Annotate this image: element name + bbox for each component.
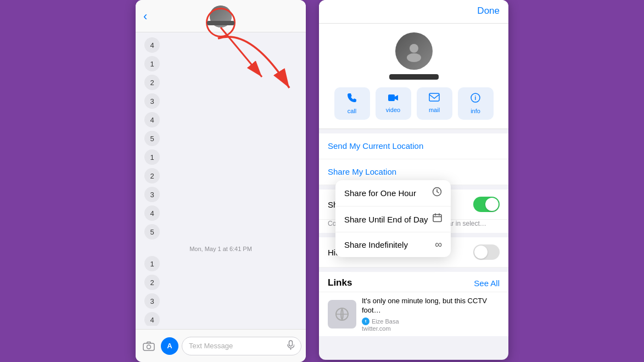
calendar-icon (433, 213, 442, 225)
contact-name-redacted (207, 21, 234, 25)
svg-rect-0 (143, 343, 154, 350)
link-domain: twitter.com (362, 325, 500, 332)
num-circle: 4 (144, 205, 160, 221)
link-domain-row: t Eize Basa (362, 318, 500, 325)
svg-text:i: i (475, 95, 477, 101)
show-toggle[interactable] (473, 197, 500, 212)
bubble-rows: 4 1 2 3 4 5 1 (136, 32, 306, 326)
num-circle: 5 (144, 224, 160, 240)
share-indefinitely-label: Share Indefinitely (344, 240, 408, 249)
link-content: It's only one minute long, but this CCTV… (362, 297, 500, 332)
num-circle: 3 (144, 93, 160, 109)
num-circle: 2 (144, 168, 160, 183)
message-input-bar: A Text Message (136, 329, 306, 362)
share-end-of-day-label: Share Until End of Day (344, 215, 428, 224)
num-row: 2 (136, 73, 306, 92)
num-circle: 1 (144, 149, 160, 165)
info-button[interactable]: i info (458, 87, 494, 120)
num-row: 5 (136, 129, 306, 148)
num-row: 2 (136, 166, 306, 185)
num-row: 4 (136, 36, 306, 54)
hide-alerts-toggle[interactable] (473, 244, 500, 260)
mail-label: mail (429, 107, 440, 113)
num-circle: 4 (144, 112, 160, 127)
svg-line-18 (437, 192, 439, 193)
svg-rect-10 (429, 93, 439, 101)
infinity-icon: ∞ (435, 239, 442, 250)
see-all-button[interactable]: See All (474, 279, 500, 288)
num-circle: 2 (144, 275, 160, 290)
contact-actions: call video (328, 87, 500, 120)
info-icon: i (471, 93, 480, 105)
num-row: 1 (136, 254, 306, 273)
link-title: It's only one minute long, but this CCTV… (362, 297, 500, 315)
num-row: 4 (136, 110, 306, 129)
panel-header: Done (319, 0, 508, 24)
share-indefinitely-option[interactable]: Share Indefinitely ∞ (335, 232, 451, 257)
contact-avatar-large (395, 32, 433, 70)
left-phone-screenshot: ‹ 4 1 2 (136, 0, 306, 362)
num-row: 1 (136, 54, 306, 73)
mail-icon (429, 93, 440, 104)
video-label: video (386, 107, 400, 113)
timestamp: Mon, May 1 at 6:41 PM (136, 241, 306, 254)
links-section: Links See All It's only on (319, 272, 508, 336)
back-button[interactable]: ‹ (143, 9, 147, 24)
num-circle: 1 (144, 256, 160, 271)
info-label: info (471, 108, 480, 114)
num-row: 5 (136, 222, 306, 241)
share-one-hour-option[interactable]: Share for One Hour (335, 180, 451, 207)
svg-point-7 (410, 44, 418, 53)
svg-point-8 (407, 53, 421, 62)
send-location-row[interactable]: Send My Current Location (319, 133, 508, 159)
input-placeholder-text: Text Message (189, 342, 233, 350)
done-button[interactable]: Done (477, 5, 500, 16)
num-circle: 2 (144, 75, 160, 90)
num-row: 3 (136, 185, 306, 204)
call-button[interactable]: call (334, 87, 370, 120)
links-header: Links See All (319, 272, 508, 292)
share-end-of-day-option[interactable]: Share Until End of Day (335, 207, 451, 232)
links-title: Links (328, 277, 352, 288)
video-button[interactable]: video (376, 87, 411, 120)
num-row: 2 (136, 273, 306, 292)
twitter-logo: t (362, 318, 369, 325)
num-row: 4 (136, 204, 306, 222)
camera-button[interactable] (140, 337, 158, 355)
svg-rect-19 (433, 215, 441, 222)
send-location-text: Send My Current Location (328, 141, 423, 151)
link-item[interactable]: It's only one minute long, but this CCTV… (319, 292, 508, 336)
mail-button[interactable]: mail (417, 87, 452, 120)
num-row: 4 (136, 310, 306, 326)
num-circle: 3 (144, 187, 160, 202)
location-section: Send My Current Location Share My Locati… (319, 133, 508, 185)
share-location-text: Share My Location (328, 167, 396, 176)
num-circle: 5 (144, 131, 160, 146)
share-one-hour-label: Share for One Hour (344, 188, 416, 198)
svg-rect-9 (388, 94, 395, 101)
num-row: 1 (136, 148, 306, 166)
appstore-button[interactable]: A (161, 337, 178, 355)
video-icon (388, 93, 399, 104)
right-contact-panel: Done (319, 0, 508, 360)
svg-point-1 (147, 345, 151, 349)
contact-name-redacted (389, 74, 439, 80)
messages-header: ‹ (136, 0, 306, 32)
link-author: Eize Basa (372, 318, 399, 325)
messages-body: 4 1 2 3 4 5 1 (136, 32, 306, 326)
share-location-dropdown: Share for One Hour Share Until End of Da… (335, 180, 451, 257)
num-circle: 4 (144, 312, 160, 326)
message-text-input[interactable]: Text Message (182, 337, 301, 355)
num-circle: 4 (144, 37, 160, 53)
call-label: call (348, 108, 357, 114)
num-circle: 1 (144, 56, 160, 71)
num-row: 3 (136, 92, 306, 110)
num-circle: 3 (144, 293, 160, 309)
contact-section: call video (319, 24, 508, 129)
call-icon (347, 93, 357, 105)
clock-icon (432, 187, 442, 199)
num-row: 3 (136, 292, 306, 310)
svg-rect-2 (289, 341, 293, 346)
mic-icon (287, 340, 294, 352)
link-thumbnail (328, 300, 356, 328)
